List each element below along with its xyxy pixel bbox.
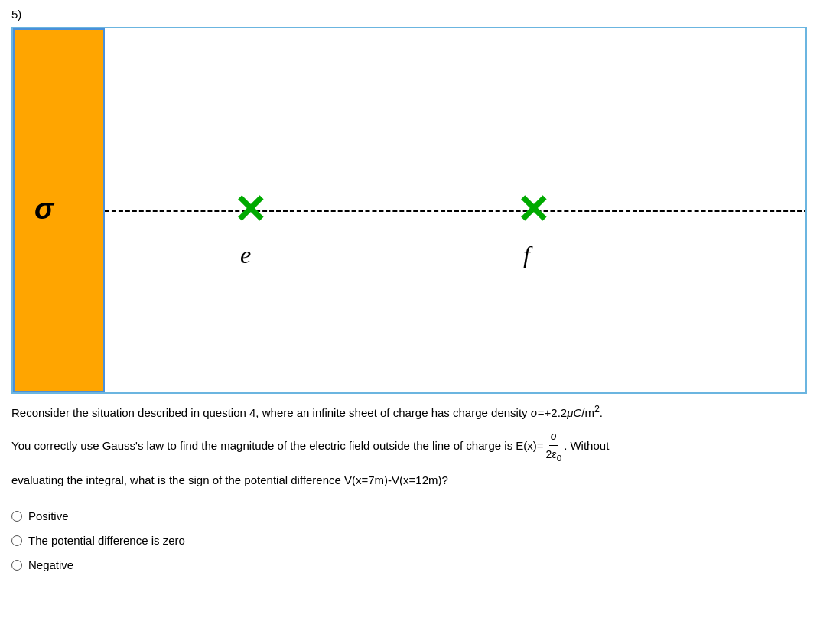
point-e-marker: ✕ bbox=[233, 190, 267, 229]
text-line3: evaluating the integral, what is the sig… bbox=[11, 470, 809, 490]
option-zero[interactable]: The potential difference is zero bbox=[11, 529, 809, 552]
charge-plate bbox=[13, 28, 105, 392]
radio-zero[interactable] bbox=[11, 535, 22, 546]
option-zero-label: The potential difference is zero bbox=[28, 529, 185, 552]
point-e-label: e bbox=[240, 241, 251, 269]
point-f-label: f bbox=[523, 241, 530, 269]
text-line2: You correctly use Gauss's law to find th… bbox=[11, 428, 809, 466]
dashed-line bbox=[105, 210, 807, 212]
fraction-numerator: σ bbox=[549, 428, 558, 447]
diagram: σ ✕ ✕ e f bbox=[11, 27, 807, 394]
radio-negative[interactable] bbox=[11, 560, 22, 571]
text-line1: Reconsider the situation described in qu… bbox=[11, 402, 809, 423]
question-number: 5) bbox=[11, 8, 809, 21]
answer-options: Positive The potential difference is zer… bbox=[11, 505, 809, 577]
option-positive[interactable]: Positive bbox=[11, 505, 809, 528]
radio-positive[interactable] bbox=[11, 511, 22, 522]
option-negative-label: Negative bbox=[28, 554, 73, 577]
point-f-marker: ✕ bbox=[516, 190, 550, 229]
question-text: Reconsider the situation described in qu… bbox=[11, 402, 809, 490]
option-positive-label: Positive bbox=[28, 505, 69, 528]
option-negative[interactable]: Negative bbox=[11, 554, 809, 577]
sigma-label: σ bbox=[34, 193, 54, 226]
fraction-denominator: 2ε0 bbox=[545, 446, 564, 466]
